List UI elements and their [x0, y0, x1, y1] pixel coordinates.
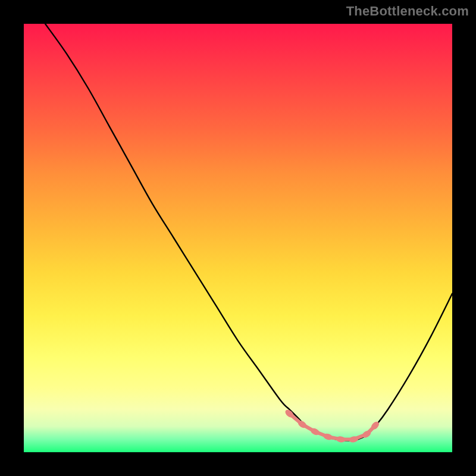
plot-area	[24, 24, 452, 452]
bottleneck-curve	[45, 24, 452, 441]
watermark-text: TheBottleneck.com	[346, 4, 469, 19]
chart-frame: TheBottleneck.com	[0, 0, 476, 476]
chart-svg	[24, 24, 452, 452]
valley-beads-group	[284, 408, 381, 443]
